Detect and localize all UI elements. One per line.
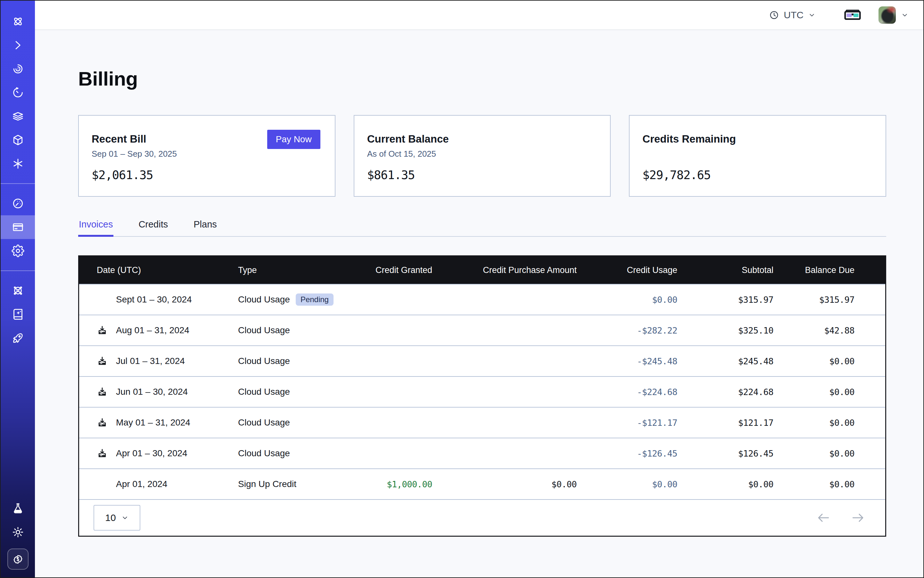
sidebar-divider [1, 183, 35, 184]
card-amount: $2,061.35 [92, 168, 321, 182]
col-header-subtotal: Subtotal [677, 265, 773, 275]
sidebar-item-docs[interactable] [1, 302, 35, 326]
table-row: May 01 – 31, 2024 Cloud Usage -$121.17 $… [79, 407, 885, 438]
download-invoice-button[interactable] [97, 448, 108, 459]
subtotal: $121.17 [677, 418, 773, 428]
page-size-value: 10 [105, 512, 116, 523]
account-menu[interactable] [879, 6, 909, 24]
sidebar-item-launch[interactable] [1, 326, 35, 350]
invoice-date: Sept 01 – 30, 2024 [116, 294, 192, 305]
view-mode-button[interactable] [843, 8, 862, 22]
sidebar-item-usage[interactable] [1, 192, 35, 215]
subtotal: $0.00 [677, 479, 773, 489]
download-icon [97, 356, 108, 367]
helm-icon [11, 284, 24, 297]
col-header-credit-granted: Credit Granted [337, 265, 432, 275]
cube-icon [11, 134, 24, 146]
sidebar-item-packages[interactable] [1, 128, 35, 152]
card-subtitle: Sep 01 – Sep 30, 2025 [92, 149, 321, 159]
invoice-type: Cloud Usage [238, 294, 290, 305]
download-icon [97, 417, 108, 428]
download-invoice-button[interactable] [97, 386, 108, 397]
col-header-credit-purchase: Credit Purchase Amount [432, 265, 577, 275]
gauge-icon [11, 197, 24, 210]
pay-now-button[interactable]: Pay Now [267, 130, 320, 149]
table-row: Apr 01 – 30, 2024 Cloud Usage -$126.45 $… [79, 438, 885, 468]
download-icon [97, 386, 108, 397]
invoices-table: Date (UTC) Type Credit Granted Credit Pu… [78, 255, 886, 537]
invoice-type: Cloud Usage [238, 387, 290, 397]
table-row: Sept 01 – 30, 2024 Cloud UsagePending $0… [79, 284, 885, 315]
table-row: Apr 01, 2024 Sign Up Credit $1,000.00 $0… [79, 468, 885, 499]
next-page-button[interactable] [851, 510, 866, 525]
sidebar-item-functions[interactable] [1, 152, 35, 175]
table-header: Date (UTC) Type Credit Granted Credit Pu… [79, 257, 885, 284]
page-size-select[interactable]: 10 [94, 505, 140, 531]
billing-page: Billing Recent Bill Sep 01 – Sep 30, 202… [35, 30, 923, 577]
subtotal: $315.97 [677, 295, 773, 305]
sidebar-item-theme[interactable] [1, 520, 35, 544]
invoice-date: May 01 – 31, 2024 [116, 417, 190, 428]
invoice-date: Apr 01, 2024 [116, 479, 167, 489]
sidebar-credits-button[interactable] [7, 549, 29, 570]
credit-usage: -$282.22 [577, 326, 677, 336]
download-icon [97, 448, 108, 459]
sidebar-item-support[interactable] [1, 279, 35, 302]
sidebar-item-terminal[interactable] [1, 33, 35, 57]
balance-due: $0.00 [773, 387, 885, 397]
status-badge: Pending [296, 294, 333, 306]
timezone-selector[interactable]: UTC [769, 10, 816, 21]
card-amount: $861.35 [367, 168, 596, 182]
download-invoice-button[interactable] [97, 417, 108, 428]
layers-icon [11, 110, 24, 123]
book-sparkle-icon [11, 308, 24, 321]
timezone-label: UTC [784, 10, 804, 21]
sidebar-item-layers[interactable] [1, 104, 35, 128]
download-invoice-button[interactable] [97, 325, 108, 336]
credit-usage: -$126.45 [577, 448, 677, 458]
chevron-down-icon [121, 514, 129, 521]
table-row: Aug 01 – 31, 2024 Cloud Usage -$282.22 $… [79, 315, 885, 346]
tab-invoices[interactable]: Invoices [78, 219, 114, 237]
sidebar-item-billing[interactable] [1, 215, 35, 239]
invoice-date: Aug 01 – 31, 2024 [116, 325, 189, 336]
download-invoice-button[interactable] [97, 356, 108, 367]
card-subtitle: As of Oct 15, 2025 [367, 149, 596, 159]
sidebar-item-home-logo[interactable] [1, 10, 35, 33]
col-header-date: Date (UTC) [79, 265, 238, 275]
balance-due: $0.00 [773, 418, 885, 428]
subtotal: $245.48 [677, 356, 773, 366]
sidebar-item-history[interactable] [1, 81, 35, 104]
invoice-type: Cloud Usage [238, 417, 290, 428]
invoice-type: Cloud Usage [238, 448, 290, 458]
invoice-date: Apr 01 – 30, 2024 [116, 448, 187, 458]
current-balance-card: Current Balance As of Oct 15, 2025 $861.… [354, 115, 611, 197]
spiral-icon [11, 62, 24, 75]
avatar [879, 6, 896, 24]
table-footer: 10 [79, 499, 885, 536]
prev-page-button[interactable] [816, 510, 831, 525]
arrow-left-icon [816, 510, 831, 525]
invoice-type: Sign Up Credit [238, 479, 296, 489]
credit-usage: $0.00 [577, 295, 677, 305]
chevron-down-icon [901, 11, 909, 19]
col-header-credit-usage: Credit Usage [577, 265, 677, 275]
sidebar-item-observe[interactable] [1, 57, 35, 81]
tab-credits[interactable]: Credits [138, 219, 169, 237]
col-header-type: Type [238, 265, 337, 275]
col-header-balance-due: Balance Due [773, 265, 885, 275]
sidebar-item-labs[interactable] [1, 497, 35, 520]
topbar: UTC [35, 1, 923, 30]
tab-plans[interactable]: Plans [193, 219, 218, 237]
sun-icon [11, 526, 24, 539]
gear-icon [11, 244, 24, 257]
billing-tabs: Invoices Credits Plans [78, 219, 886, 237]
sidebar-item-settings[interactable] [1, 239, 35, 263]
3d-glasses-icon [843, 8, 862, 22]
invoice-date: Jun 01 – 30, 2024 [116, 387, 188, 397]
subtotal: $224.68 [677, 387, 773, 397]
credit-purchase: $0.00 [432, 479, 577, 489]
credit-usage: -$121.17 [577, 418, 677, 428]
history-icon [11, 86, 24, 99]
subtotal: $325.10 [677, 326, 773, 336]
